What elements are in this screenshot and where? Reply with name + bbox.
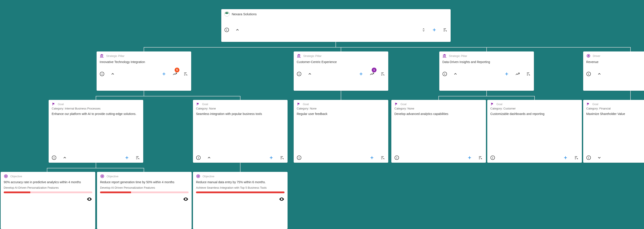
edit-list-icon[interactable]	[136, 155, 140, 160]
edit-list-icon[interactable]	[380, 155, 385, 160]
add-icon[interactable]	[359, 72, 364, 76]
pillar-card: Strategic Pillar Innovative Technology I…	[96, 52, 191, 91]
eye-icon[interactable]	[279, 196, 284, 202]
root-title: Nexara Solutions	[232, 12, 256, 16]
pillar-card: Strategic Pillar Customer-Centric Experi…	[294, 52, 388, 91]
collapse-icon[interactable]	[207, 156, 211, 160]
svg-point-52	[54, 156, 54, 157]
goal-category: Category: Financial	[583, 106, 644, 110]
company-logo	[224, 11, 230, 16]
sort-icon[interactable]	[422, 28, 426, 32]
objective-sub: Develop AI-Driven Personalization Featur…	[97, 184, 192, 189]
svg-point-101	[89, 199, 90, 200]
card-type-label: Goal	[496, 102, 502, 106]
add-icon[interactable]	[162, 72, 166, 76]
flag-icon	[297, 102, 301, 106]
collapse-icon[interactable]	[308, 72, 312, 76]
info-icon[interactable]	[490, 155, 495, 160]
driver-icon	[586, 54, 590, 58]
card-type-label: Objective	[202, 175, 214, 178]
pillar-title: Innovative Technology Integration	[96, 58, 191, 64]
edit-list-icon[interactable]	[574, 155, 579, 160]
goal-desc: Develop advanced analytics capabilities	[391, 110, 486, 116]
edit-list-icon[interactable]	[478, 155, 483, 160]
info-icon[interactable]	[297, 72, 302, 76]
add-icon[interactable]	[563, 155, 568, 160]
collapse-icon[interactable]	[110, 72, 115, 76]
info-icon[interactable]	[52, 155, 56, 160]
eye-icon[interactable]	[183, 196, 188, 202]
svg-line-38	[587, 54, 588, 55]
svg-point-92	[588, 156, 589, 157]
connector	[240, 96, 240, 100]
svg-line-40	[587, 57, 588, 57]
connector	[534, 96, 535, 100]
pillar-icon	[100, 54, 104, 58]
edit-list-icon[interactable]	[443, 28, 448, 32]
objective-card: Objective Reduce report generation time …	[97, 172, 192, 229]
progress-fill	[4, 192, 30, 193]
trend-icon[interactable]	[515, 72, 520, 76]
svg-point-10	[102, 73, 102, 73]
info-icon[interactable]	[100, 72, 104, 76]
pillar-card: Strategic Pillar Data-Driven Insights an…	[439, 52, 534, 91]
connector	[96, 96, 240, 96]
add-icon[interactable]	[504, 72, 509, 76]
collapse-icon[interactable]	[62, 156, 67, 160]
add-icon[interactable]	[467, 155, 472, 160]
collapse-icon[interactable]	[597, 72, 602, 76]
expand-icon[interactable]	[597, 156, 602, 160]
add-icon[interactable]	[124, 155, 129, 160]
connector	[47, 168, 47, 172]
connector	[96, 163, 96, 168]
card-type-label: Objective	[106, 175, 118, 178]
connector	[341, 47, 341, 52]
edit-list-icon[interactable]	[526, 72, 531, 76]
target-icon	[4, 174, 8, 178]
svg-point-100	[6, 176, 6, 177]
svg-point-68	[299, 156, 299, 157]
svg-point-2	[226, 29, 227, 29]
edit-list-icon[interactable]	[183, 72, 188, 76]
svg-point-26	[444, 73, 445, 73]
pillar-icon	[442, 54, 447, 58]
objective-title: 90% accuracy rate in predictive analytic…	[1, 178, 95, 184]
progress-bar	[4, 192, 92, 193]
svg-point-33	[588, 56, 589, 56]
collapse-icon[interactable]	[453, 72, 458, 76]
goal-category: Category: Internal Business Processes	[48, 106, 143, 110]
goal-category: Category: Customer	[487, 106, 582, 110]
connector	[144, 47, 144, 52]
info-icon[interactable]	[586, 155, 591, 160]
objective-card: Objective 90% accuracy rate in predictiv…	[1, 172, 95, 229]
add-icon[interactable]	[370, 155, 374, 160]
svg-point-105	[185, 199, 186, 200]
add-icon[interactable]	[432, 28, 437, 32]
collapse-icon[interactable]	[235, 28, 240, 32]
add-icon[interactable]	[269, 155, 274, 160]
goal-card: Goal Category: Customer Customizable das…	[487, 100, 582, 163]
eye-icon[interactable]	[86, 196, 92, 202]
objective-title: Reduce manual data entry by 75% within 6…	[193, 178, 288, 184]
trend-icon[interactable]: 1	[370, 72, 374, 76]
svg-point-76	[396, 156, 397, 157]
edit-list-icon[interactable]	[280, 155, 284, 160]
info-icon[interactable]	[297, 155, 302, 160]
goal-card: Goal Category: None Regular user feedbac…	[294, 100, 388, 163]
svg-point-84	[492, 156, 493, 157]
pillar-icon	[297, 54, 301, 58]
progress-fill	[100, 192, 131, 193]
target-icon	[100, 174, 104, 178]
goal-card: Goal Category: Financial Maximize Shareh…	[583, 100, 644, 163]
info-icon[interactable]	[196, 155, 201, 160]
svg-point-108	[198, 176, 198, 177]
connector	[144, 91, 144, 96]
edit-list-icon[interactable]	[380, 72, 385, 76]
info-icon[interactable]	[586, 72, 591, 76]
goal-desc: Regular user feedback	[294, 110, 388, 116]
trend-icon[interactable]: 5	[172, 72, 177, 76]
info-icon[interactable]	[394, 155, 399, 160]
svg-point-44	[588, 73, 589, 73]
info-icon[interactable]	[224, 28, 229, 32]
info-icon[interactable]	[442, 72, 447, 76]
